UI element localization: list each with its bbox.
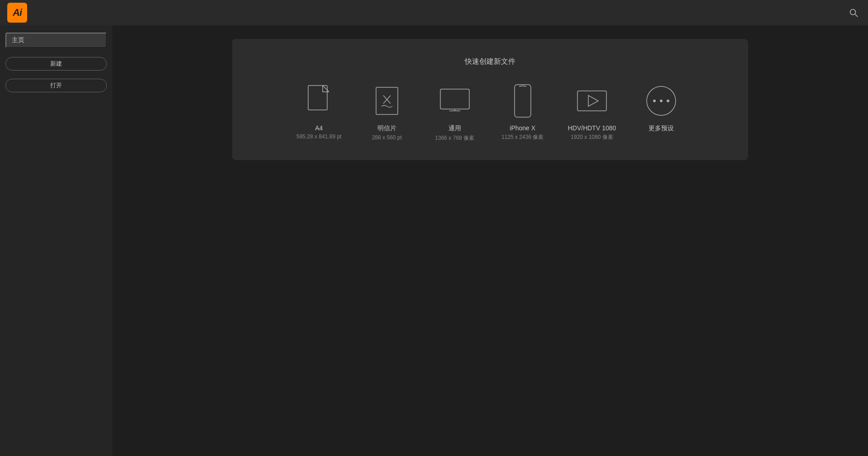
preset-more[interactable]: 更多预设: [639, 83, 684, 134]
preset-iphone-size: 1125 x 2436 像素: [501, 133, 544, 141]
svg-marker-12: [588, 95, 598, 106]
more-icon: [643, 83, 679, 119]
phone-icon: [505, 83, 541, 119]
main-layout: 主页 新建 打开 快速创建新文件 A4: [0, 25, 868, 456]
preset-a4-name: A4: [315, 124, 323, 132]
content-area: 快速创建新文件 A4 595.28 x 841.89 pt: [112, 25, 868, 456]
new-button[interactable]: 新建: [5, 57, 107, 71]
svg-line-3: [323, 86, 329, 92]
svg-rect-2: [308, 86, 327, 110]
topbar: Ai: [0, 0, 868, 25]
preset-a4[interactable]: A4 595.28 x 841.89 pt: [296, 83, 342, 140]
preset-a4-size: 595.28 x 841.89 pt: [296, 133, 341, 140]
quick-create-title: 快速创建新文件: [465, 57, 515, 66]
search-button[interactable]: [846, 5, 861, 20]
svg-point-16: [667, 100, 669, 102]
preset-common[interactable]: 通用 1366 x 768 像素: [432, 83, 477, 142]
svg-rect-4: [376, 87, 398, 114]
preset-postcard-name: 明信片: [377, 124, 396, 133]
presets-row: A4 595.28 x 841.89 pt 明信片 288 x 56: [296, 83, 684, 142]
video-icon: [574, 83, 610, 119]
svg-rect-11: [577, 91, 606, 111]
preset-postcard[interactable]: 明信片 288 x 560 pt: [364, 83, 410, 141]
sidebar-home-item[interactable]: 主页: [5, 33, 107, 48]
ai-logo: Ai: [7, 3, 27, 23]
svg-point-0: [850, 10, 856, 15]
screen-icon: [437, 83, 473, 119]
preset-iphone-x[interactable]: iPhone X 1125 x 2436 像素: [500, 83, 545, 141]
preset-common-name: 通用: [448, 124, 461, 133]
preset-hdv-size: 1920 x 1080 像素: [571, 133, 613, 141]
quick-create-panel: 快速创建新文件 A4 595.28 x 841.89 pt: [232, 39, 748, 160]
preset-more-name: 更多预设: [649, 124, 674, 133]
preset-iphone-name: iPhone X: [510, 124, 535, 132]
svg-rect-7: [440, 89, 469, 109]
svg-line-1: [855, 14, 858, 17]
svg-rect-10: [515, 85, 531, 117]
svg-point-14: [653, 100, 656, 102]
a4-icon: [301, 83, 337, 119]
sidebar: 主页 新建 打开: [0, 25, 112, 456]
postcard-icon: [369, 83, 405, 119]
svg-point-15: [660, 100, 663, 102]
preset-postcard-size: 288 x 560 pt: [372, 134, 402, 141]
preset-hdv-name: HDV/HDTV 1080: [568, 124, 616, 132]
preset-hdv[interactable]: HDV/HDTV 1080 1920 x 1080 像素: [568, 83, 616, 141]
preset-common-size: 1366 x 768 像素: [435, 134, 474, 142]
open-button[interactable]: 打开: [5, 79, 107, 92]
